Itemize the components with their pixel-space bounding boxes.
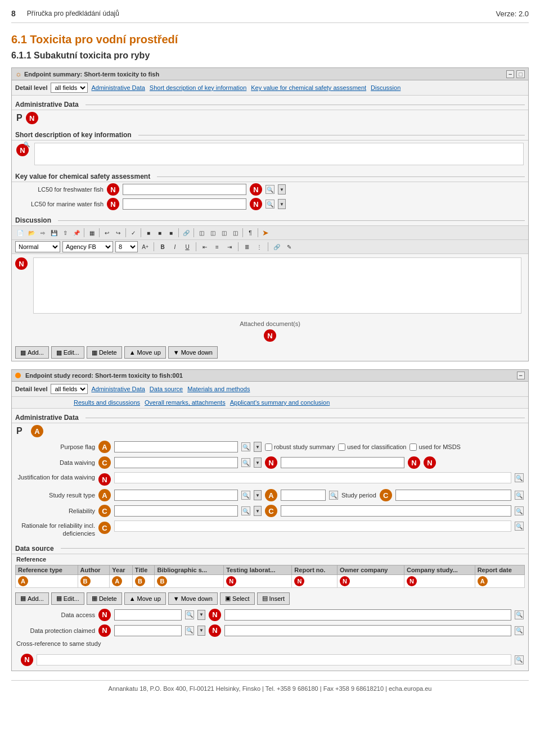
format-align-center-icon[interactable]: ≡	[212, 242, 222, 252]
tb-undo-icon[interactable]: ↩	[102, 228, 112, 238]
format-ul-icon[interactable]: ⋮	[254, 242, 264, 252]
tab-short-desc-1[interactable]: Short description of key information	[150, 84, 246, 91]
used-for-class-checkbox[interactable]	[338, 443, 345, 451]
ref-add-btn[interactable]: ▦ Add...	[15, 592, 49, 605]
format-align-right-icon[interactable]: ⇥	[224, 242, 235, 252]
data-access-search-icon2[interactable]: 🔍	[515, 610, 524, 619]
tb-open-icon[interactable]: 📂	[26, 228, 37, 238]
tb-redo-icon[interactable]: ↪	[113, 228, 123, 238]
ref-edit-btn[interactable]: ▦ Edit...	[51, 592, 84, 605]
tb-clip-icon[interactable]: 📌	[71, 228, 82, 238]
format-size-up-icon[interactable]: A+	[140, 242, 150, 252]
short-desc-editor[interactable]	[34, 143, 524, 165]
purpose-flag-input[interactable]	[114, 441, 238, 452]
cross-ref-search-icon[interactable]: 🔍	[515, 655, 524, 664]
tab-applicant-summary[interactable]: Applicant's summary and conclusion	[230, 399, 330, 406]
panel2-detail-select[interactable]: all fields	[51, 384, 88, 394]
panel1-moveup-btn[interactable]: ▲ Move up	[124, 346, 166, 359]
tb-tbl4-icon[interactable]: ◫	[219, 228, 229, 238]
ref-movedown-btn[interactable]: ▼ Move down	[168, 592, 218, 605]
format-font-select[interactable]: Agency FB	[62, 241, 113, 252]
reliability-dropdown[interactable]: ▼	[254, 506, 262, 516]
reliability-search-icon[interactable]: 🔍	[241, 506, 250, 515]
tb-img2-icon[interactable]: ■	[155, 228, 165, 238]
panel1-restore-btn[interactable]: □	[516, 70, 525, 78]
tab-admin-data-2[interactable]: Administrative Data	[91, 386, 145, 392]
study-period-search-icon[interactable]: 🔍	[515, 491, 524, 500]
tab-materials-methods[interactable]: Materials and methods	[187, 386, 250, 392]
lc50-fresh-dropdown[interactable]: ▼	[278, 184, 286, 194]
lc50-marine-dropdown[interactable]: ▼	[278, 199, 286, 209]
data-protection-dropdown[interactable]: ▼	[197, 626, 205, 636]
tab-admin-data-1[interactable]: Administrative Data	[91, 84, 145, 91]
tb-spellcheck-icon[interactable]: ✓	[128, 228, 138, 238]
purpose-dropdown[interactable]: ▼	[254, 442, 262, 452]
panel1-controls[interactable]: − □	[506, 70, 525, 78]
tb-tbl5-icon[interactable]: ◫	[230, 228, 240, 238]
study-result-input2[interactable]	[281, 490, 326, 501]
data-access-dropdown[interactable]: ▼	[197, 610, 205, 620]
panel2-minimize-btn[interactable]: −	[517, 372, 525, 379]
justification-search-icon[interactable]: 🔍	[515, 473, 524, 482]
tb-link-icon[interactable]: 🔗	[181, 228, 191, 238]
data-protection-input[interactable]	[114, 625, 182, 636]
cross-ref-editor[interactable]	[37, 654, 511, 666]
ref-insert-btn[interactable]: ▤ Insert	[257, 592, 290, 605]
tb-para-icon[interactable]: ¶	[245, 228, 255, 238]
ref-moveup-btn[interactable]: ▲ Move up	[124, 592, 166, 605]
tb-save-icon[interactable]: 💾	[49, 228, 59, 238]
tab-results-discussions[interactable]: Results and discussions	[74, 399, 140, 406]
lc50-fresh-input[interactable]	[123, 184, 246, 195]
rationale-search-icon[interactable]: 🔍	[515, 522, 524, 531]
data-access-input2[interactable]	[224, 609, 511, 621]
tb-table-icon[interactable]: ▦	[87, 228, 97, 238]
rationale-editor[interactable]	[114, 520, 511, 532]
study-result-dropdown[interactable]: ▼	[254, 490, 262, 500]
lc50-marine-search-icon[interactable]: 🔍	[266, 200, 274, 209]
used-for-msds-checkbox[interactable]	[410, 443, 417, 451]
data-access-search-icon[interactable]: 🔍	[185, 610, 194, 619]
tb-arrow-icon[interactable]: ⇨	[38, 228, 48, 238]
format-size-select[interactable]: 8	[115, 241, 138, 252]
reliability-input[interactable]	[114, 505, 238, 517]
reliability-search-icon2[interactable]: 🔍	[515, 506, 524, 515]
ref-delete-btn[interactable]: ▦ Delete	[87, 592, 122, 605]
tb-tbl3-icon[interactable]: ◫	[208, 228, 218, 238]
format-italic-btn[interactable]: I	[170, 242, 180, 252]
tb-img-icon[interactable]: ■	[143, 228, 154, 238]
panel1-detail-select[interactable]: all fields	[51, 83, 88, 93]
data-protection-input2[interactable]	[224, 625, 511, 636]
panel1-edit-btn[interactable]: ▦ Edit...	[51, 346, 84, 359]
data-access-input[interactable]	[114, 609, 182, 621]
shortdesc-search-icon[interactable]: 🔍	[24, 142, 30, 147]
lc50-fresh-search-icon[interactable]: 🔍	[266, 185, 274, 194]
tab-overall-remarks[interactable]: Overall remarks, attachments	[145, 399, 226, 406]
data-protection-search-icon[interactable]: 🔍	[185, 626, 194, 635]
ref-select-btn[interactable]: ▣ Select	[220, 592, 255, 605]
tb-new-icon[interactable]: 📄	[15, 228, 25, 238]
study-period-input[interactable]	[395, 490, 511, 501]
robust-study-checkbox[interactable]	[265, 443, 272, 451]
data-waiving-input2[interactable]	[281, 457, 404, 468]
tab-discussion-1[interactable]: Discussion	[371, 84, 400, 91]
purpose-search-icon[interactable]: 🔍	[241, 442, 250, 451]
tb-img3-icon[interactable]: ■	[166, 228, 176, 238]
panel2-controls[interactable]: −	[517, 372, 525, 379]
panel1-add-btn[interactable]: ▦ Add...	[15, 346, 49, 359]
tab-key-value-1[interactable]: Key value for chemical safety assessment	[251, 84, 366, 91]
data-protection-search-icon2[interactable]: 🔍	[515, 626, 524, 635]
reliability-input2[interactable]	[281, 505, 511, 517]
data-waiving-input[interactable]	[114, 457, 238, 468]
format-pencil-icon[interactable]: ✎	[284, 242, 294, 252]
study-result-search-icon[interactable]: 🔍	[241, 491, 250, 500]
format-style-select[interactable]: Normal	[15, 241, 60, 252]
data-waiving-dropdown[interactable]: ▼	[254, 458, 262, 468]
study-result-search-icon2[interactable]: 🔍	[329, 491, 338, 500]
format-ol-icon[interactable]: ≣	[242, 242, 252, 252]
format-hyperlink-icon[interactable]: 🔗	[272, 242, 282, 252]
format-align-left-icon[interactable]: ⇤	[200, 242, 210, 252]
tb-tbl2-icon[interactable]: ◫	[196, 228, 206, 238]
panel1-minimize-btn[interactable]: −	[506, 70, 514, 78]
data-waiving-search-icon[interactable]: 🔍	[241, 458, 250, 467]
tb-up-icon[interactable]: ⇧	[60, 228, 70, 238]
